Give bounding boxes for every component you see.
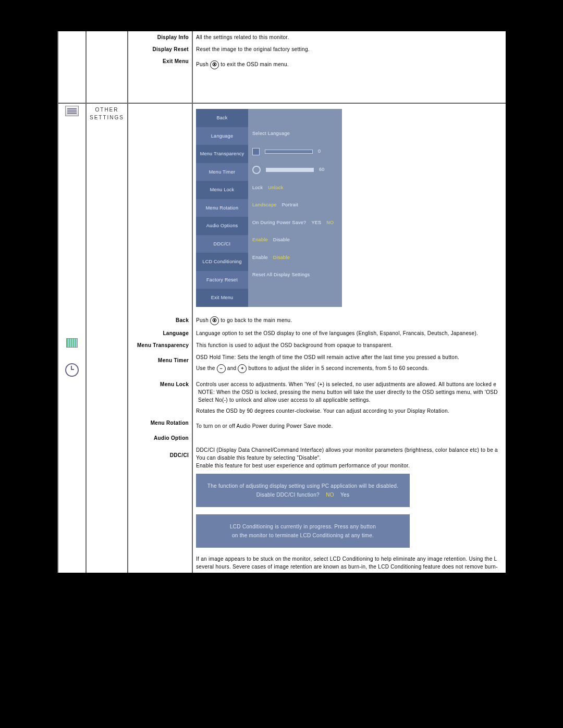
rotation-desc: To turn on or off Audio Power during Pow… — [196, 422, 503, 430]
menu-button-icon: ⦿ — [210, 316, 219, 325]
osd-back: Back — [196, 109, 248, 127]
rotation-label: Menu Rotation — [151, 420, 189, 426]
osd-lock: Menu Lock — [196, 181, 248, 199]
osd-language: Language — [196, 127, 248, 145]
timer-mini-icon — [252, 166, 261, 174]
ddcci-a: Enable — [252, 237, 268, 244]
rotation-a: Landscape — [252, 202, 277, 209]
lcdc-line2: several hours. Severe cases of image ret… — [196, 563, 503, 571]
language-desc: Language option to set the OSD display t… — [196, 330, 478, 336]
audio-label-row: Audio Option — [154, 435, 189, 441]
ddcci-label: DDC/CI — [170, 452, 189, 458]
banner2-line1: LCD Conditioning is currently in progres… — [206, 523, 399, 530]
exit-menu-desc-pre: Push — [196, 61, 210, 67]
display-info-desc: All the settings related to this monitor… — [196, 34, 289, 40]
minus-button-icon: − — [217, 364, 226, 373]
ddcci-line2: You can disable this feature by selectin… — [196, 454, 503, 462]
banner1-line1: The function of adjusting display settin… — [206, 482, 399, 490]
exit-menu-label: Exit Menu — [163, 58, 189, 64]
lcdc-b: Disable — [273, 254, 290, 262]
settings-table: Display Info All the settings related to… — [58, 31, 506, 573]
language-label: Language — [163, 330, 189, 336]
timer-label: Menu Timer — [158, 357, 189, 363]
ddcci-b: Disable — [273, 237, 290, 244]
lock-line3: Rotates the OSD by 90 degrees counter-cl… — [196, 407, 503, 415]
plus-button-icon: + — [238, 364, 247, 373]
menu-button-icon: ⦿ — [210, 60, 219, 69]
display-reset-desc: Reset the image to the original factory … — [196, 46, 310, 52]
lock-label: Menu Lock — [160, 381, 189, 387]
banner1-yes: Yes — [340, 492, 349, 498]
exit-menu-desc-post: to exit the OSD main menu. — [221, 61, 289, 67]
transparency-desc: This function is used to adjust the OSD … — [196, 342, 393, 348]
back-label: Back — [176, 317, 189, 323]
transparency-value: 0 — [318, 148, 321, 155]
lcdc-a: Enable — [252, 254, 268, 262]
lcdc-banner: LCD Conditioning is currently in progres… — [196, 514, 410, 548]
osd-audio: Audio Options — [196, 217, 248, 235]
ddcci-line3: Enable this feature for best user experi… — [196, 462, 503, 470]
timer-value: 60 — [319, 166, 325, 174]
banner1-no: NO — [326, 492, 334, 498]
lock-line1: Controls user access to adjustments. Whe… — [196, 380, 503, 388]
timer-slider — [266, 168, 314, 172]
lcdc-line1: If an image appears to be stuck on the m… — [196, 555, 503, 563]
osd-timer: Menu Timer — [196, 163, 248, 181]
osd-select-language: Select Language — [252, 130, 290, 138]
osd-ddcci: DDC/CI — [196, 235, 248, 253]
transparency-slider — [265, 150, 313, 154]
ddcci-line1: DDC/CI (Display Data Channel/Command Int… — [196, 446, 503, 454]
transparency-mini-icon — [252, 148, 260, 155]
rotation-b: Portrait — [282, 202, 298, 209]
timer-line2-pre: Use the — [196, 365, 217, 371]
osd-rotation: Menu Rotation — [196, 199, 248, 217]
display-info-label: Display Info — [157, 34, 189, 40]
osd-lcdc: LCD Conditioning — [196, 253, 248, 271]
banner1-line2-label: Disable DDC/CI function? — [256, 492, 320, 498]
osd-factory: Factory Reset — [196, 271, 248, 289]
section-title: OTHER SETTINGS — [90, 106, 124, 121]
audio-label: On During Power Save? — [252, 219, 306, 227]
audio-no: NO — [326, 219, 334, 227]
clock-icon — [65, 363, 79, 377]
lock-note: NOTE: When the OSD is locked, pressing t… — [196, 388, 503, 404]
transparency-icon — [66, 338, 78, 348]
osd-screenshot: Back Language Menu Transparency Menu Tim… — [196, 109, 342, 307]
factory-label: Reset All Display Settings — [252, 272, 310, 279]
osd-exit: Exit Menu — [196, 289, 248, 307]
audio-yes: YES — [311, 219, 321, 227]
lock-a: Lock — [252, 184, 263, 192]
lock-b: Unlock — [268, 184, 283, 192]
banner2-line2: on the monitor to terminate LCD Conditio… — [206, 532, 399, 539]
timer-line1: OSD Hold Time: Sets the length of time t… — [196, 353, 503, 361]
display-reset-label: Display Reset — [153, 46, 189, 52]
timer-line2-post: buttons to adjust the slider in 5 second… — [249, 365, 429, 371]
settings-icon — [65, 106, 79, 116]
ddcci-banner: The function of adjusting display settin… — [196, 474, 410, 507]
osd-transparency: Menu Transparency — [196, 145, 248, 163]
timer-line2-mid: and — [227, 365, 238, 371]
transparency-label: Menu Transparency — [137, 342, 189, 348]
back-desc-pre: Push — [196, 317, 210, 323]
back-desc-post: to go back to the main menu. — [221, 317, 292, 323]
